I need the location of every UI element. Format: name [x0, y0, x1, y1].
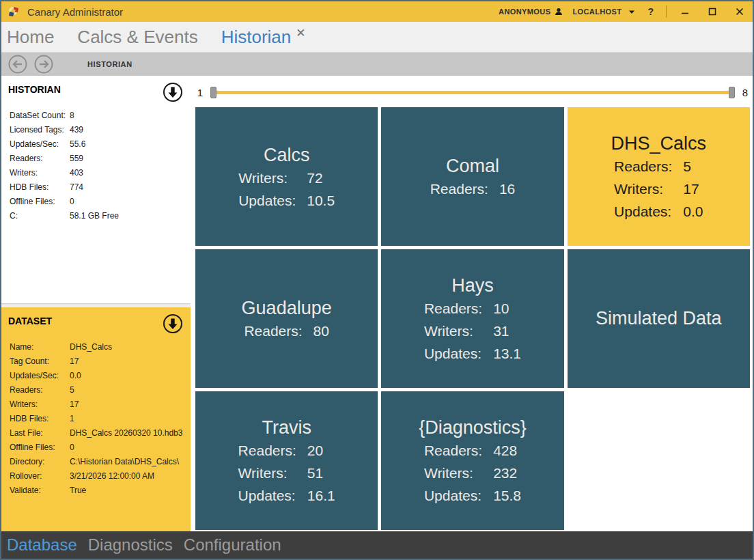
tile-title: Guadalupe: [242, 298, 332, 319]
stat-label: DataSet Count:: [10, 109, 70, 123]
tile-stat-value: 10: [493, 300, 521, 317]
stat-label: Readers:: [10, 383, 70, 397]
maximize-button[interactable]: [703, 4, 721, 19]
tile-stat-value: 31: [493, 323, 521, 339]
dataset-tile-dhs-calcs[interactable]: DHS_Calcs Readers:5 Writers:17 Updates:0…: [568, 107, 750, 246]
tile-stat-value: 428: [493, 443, 521, 459]
host-selector[interactable]: LOCALHOST: [572, 8, 635, 16]
bottom-tab-configuration[interactable]: Configuration: [184, 535, 281, 555]
main-area: 1 8 Calcs Writers:72 Updates:10.5: [191, 76, 753, 531]
dataset-stat-row: Updates/Sec:0.0: [8, 369, 184, 383]
historian-stat-row: Licensed Tags:439: [8, 123, 184, 137]
tile-stat-label: Updates:: [614, 204, 672, 220]
historian-stat-row: DataSet Count:8: [8, 109, 184, 123]
chevron-down-icon: [628, 10, 635, 14]
tab-historian[interactable]: Historian ✕: [221, 27, 306, 48]
tile-title: Comal: [446, 156, 499, 177]
dataset-tile-hays[interactable]: Hays Readers:10 Writers:31 Updates:13.1: [381, 249, 563, 388]
stat-value: 58.1 GB Free: [70, 209, 119, 223]
tile-stat-label: Writers:: [424, 465, 482, 481]
stat-value: 0: [70, 440, 74, 455]
dataset-tile-diagnostics[interactable]: {Diagnostics} Readers:428 Writers:232 Up…: [381, 391, 563, 530]
tile-stat-value: 80: [313, 323, 329, 339]
tile-title: Calcs: [264, 145, 310, 166]
titlebar-separator: [666, 5, 667, 18]
canary-logo-icon: [7, 5, 20, 18]
tile-stat-label: Readers:: [614, 158, 672, 175]
tab-close-icon[interactable]: ✕: [296, 26, 305, 40]
tab-calcs-events[interactable]: Calcs & Events: [77, 27, 197, 48]
tile-size-slider: 1 8: [195, 83, 750, 102]
tab-home[interactable]: Home: [7, 27, 54, 48]
dataset-panel-title: DATASET: [8, 313, 52, 326]
stat-value: 403: [70, 166, 83, 180]
dataset-stat-row: Directory:C:\Historian Data\DHS_Calcs\: [8, 455, 184, 469]
close-icon: [736, 8, 744, 16]
stat-label: HDB Files:: [10, 412, 70, 426]
close-button[interactable]: [731, 4, 749, 19]
stat-value: 559: [70, 152, 83, 166]
bottom-nav-bar: Database Diagnostics Configuration: [1, 531, 753, 559]
tile-stat-value: 10.5: [307, 193, 335, 209]
slider-track[interactable]: [210, 87, 735, 98]
help-button[interactable]: ?: [645, 6, 656, 17]
slider-min-label: 1: [195, 87, 205, 98]
slider-track-fill: [212, 91, 733, 94]
historian-stat-row: Updates/Sec:55.6: [8, 137, 184, 152]
stat-label: Offline Files:: [10, 440, 70, 455]
tile-stat-value: 15.8: [493, 488, 521, 504]
back-button[interactable]: [8, 55, 27, 74]
dataset-stat-row: Rollover:3/21/2026 12:00:00 AM: [8, 469, 184, 484]
sidebar: HISTORIAN DataSet Count:8 Licensed Tags:…: [1, 76, 191, 531]
dataset-detail-panel: DATASET Name:DHS_Calcs Tag Count:17 Upda…: [1, 307, 191, 531]
dataset-tile-guadalupe[interactable]: Guadalupe Readers:80: [195, 249, 378, 388]
bottom-tab-database[interactable]: Database: [7, 535, 77, 555]
forward-button[interactable]: [34, 55, 53, 74]
dataset-stat-row: Last File:DHS_Calcs 20260320 10.hdb3: [8, 426, 184, 440]
tile-stat-label: Writers:: [614, 181, 672, 197]
dataset-stat-row: Readers:5: [8, 383, 184, 397]
minimize-button[interactable]: [676, 4, 694, 19]
tile-title: Simulated Data: [596, 308, 722, 329]
dataset-tile-comal[interactable]: Comal Readers:16: [381, 107, 563, 246]
stat-value: 8: [70, 109, 74, 123]
stat-label: Rollover:: [10, 469, 70, 484]
app-window: Canary Administrator ANONYMOUS LOCALHOST…: [0, 0, 754, 560]
stat-value: 17: [70, 354, 79, 369]
slider-handle-left[interactable]: [210, 87, 217, 98]
stat-label: C:: [10, 209, 70, 223]
dataset-collapse-button[interactable]: [162, 313, 184, 335]
tile-stat-label: Updates:: [424, 488, 482, 504]
historian-stat-row: HDB Files:774: [8, 180, 184, 195]
historian-summary-panel: HISTORIAN DataSet Count:8 Licensed Tags:…: [1, 76, 191, 303]
host-label: LOCALHOST: [572, 8, 622, 16]
tile-stat-value: 13.1: [493, 346, 521, 362]
user-icon: [555, 8, 563, 16]
historian-collapse-button[interactable]: [162, 81, 184, 103]
slider-handle-right[interactable]: [729, 87, 735, 98]
stat-label: Tag Count:: [10, 354, 70, 369]
dataset-stat-row: Writers:17: [8, 397, 184, 412]
bottom-tab-diagnostics[interactable]: Diagnostics: [88, 535, 173, 555]
stat-label: Directory:: [10, 455, 70, 469]
dataset-tiles-grid: Calcs Writers:72 Updates:10.5 Comal Read…: [195, 107, 750, 531]
stat-value: True: [70, 484, 86, 498]
stat-label: Last File:: [10, 426, 70, 440]
historian-panel-title: HISTORIAN: [8, 81, 61, 95]
dataset-tile-calcs[interactable]: Calcs Writers:72 Updates:10.5: [195, 107, 378, 246]
stat-value: 17: [70, 397, 79, 412]
tile-stat-value: 232: [493, 465, 521, 481]
dataset-tile-simulated-data[interactable]: Simulated Data: [568, 249, 750, 388]
tile-title: Hays: [451, 275, 494, 296]
dataset-stat-row: HDB Files:1: [8, 412, 184, 426]
tile-stat-value: 51: [307, 465, 335, 481]
user-menu[interactable]: ANONYMOUS: [499, 8, 563, 16]
content-area: HISTORIAN DataSet Count:8 Licensed Tags:…: [1, 76, 753, 531]
dataset-stat-row: Tag Count:17: [8, 354, 184, 369]
dataset-tile-travis[interactable]: Travis Readers:20 Writers:51 Updates:16.…: [195, 391, 378, 530]
tile-stat-label: Updates:: [238, 488, 296, 504]
stat-value: 1: [70, 412, 74, 426]
tab-historian-label: Historian: [221, 27, 292, 48]
tile-stat-value: 16.1: [307, 488, 335, 504]
tile-stat-label: Writers:: [238, 170, 296, 186]
